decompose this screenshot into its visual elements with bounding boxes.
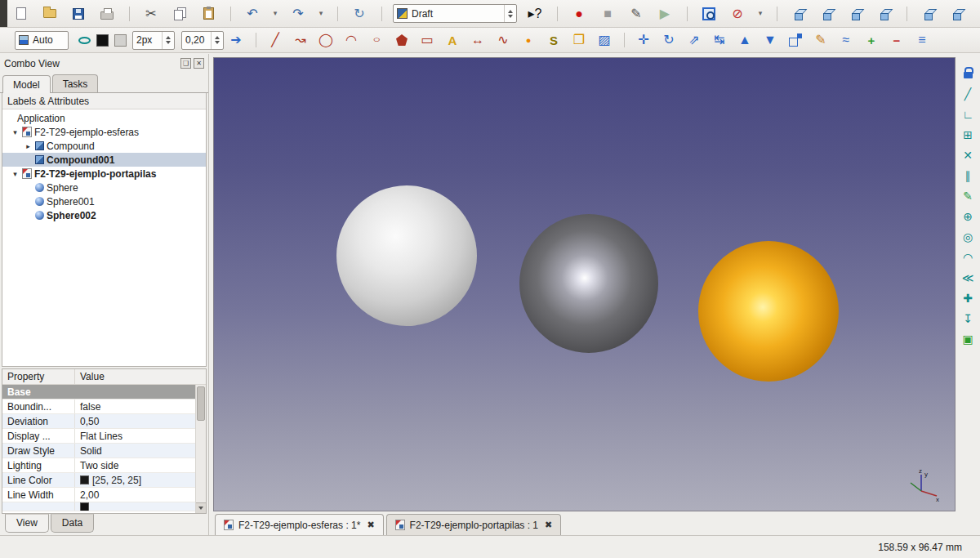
expand-arrow-icon[interactable]: ▾ (11, 128, 20, 136)
tab-model[interactable]: Model (2, 75, 51, 93)
print-button[interactable] (97, 4, 117, 24)
tab-tasks[interactable]: Tasks (52, 74, 99, 92)
draft-dimension-tool[interactable]: ↔ (469, 31, 487, 49)
clipping-dropdown[interactable]: ▾ (756, 4, 764, 24)
paste-button[interactable] (198, 4, 218, 24)
undo-button[interactable]: ↶ (243, 4, 262, 24)
open-document-button[interactable] (40, 4, 60, 24)
snap-endpoint[interactable]: ╱ (958, 84, 978, 103)
draft-point-tool[interactable]: ● (519, 31, 537, 49)
close-tab-icon[interactable]: ✖ (545, 520, 552, 530)
draft-offset-tool[interactable]: ⇗ (685, 31, 703, 49)
sphere-dark-gray[interactable] (519, 214, 658, 353)
snap-lock-toggle[interactable] (958, 64, 978, 83)
scrollbar-thumb[interactable] (197, 386, 205, 421)
snap-extension[interactable]: ◠ (958, 248, 978, 266)
view-top-button[interactable] (846, 4, 866, 24)
property-row-bounding-box[interactable]: Boundin... false (2, 400, 195, 414)
draft-layers-tool[interactable]: ≡ (913, 31, 931, 49)
tree-item-f2-t29-ejemplo-esferas[interactable]: ▾ F2-T29-ejemplo-esferas (2, 125, 206, 139)
snap-working-plane[interactable]: ↧ (958, 309, 978, 328)
draft-text-tool[interactable]: A (443, 31, 461, 49)
undo-dropdown[interactable]: ▾ (271, 4, 279, 24)
property-row-partial[interactable] (2, 502, 195, 511)
workbench-selector[interactable]: Draft (393, 4, 517, 23)
sphere-light-gray[interactable] (336, 185, 477, 326)
draft-circle-tool[interactable]: ◯ (317, 31, 335, 49)
snap-special[interactable]: ✎ (958, 186, 978, 205)
line-width-spinner[interactable] (162, 32, 171, 49)
property-column-header[interactable]: Property (2, 369, 75, 384)
construction-mode-toggle[interactable] (75, 31, 93, 49)
view-rear-button[interactable] (919, 4, 938, 24)
draft-hatch-tool[interactable]: ▨ (595, 31, 613, 49)
line-width-select[interactable]: 2px (132, 31, 175, 50)
new-document-button[interactable] (11, 4, 31, 24)
property-row-deviation[interactable]: Deviation 0,50 (2, 414, 195, 429)
refresh-button[interactable]: ↻ (350, 4, 369, 24)
tree-item-sphere002[interactable]: Sphere002 (2, 208, 206, 222)
draft-scale-tool[interactable] (786, 31, 804, 49)
snap-center[interactable]: ⊕ (958, 207, 978, 225)
draft-facebinder-tool[interactable]: ❐ (570, 31, 588, 49)
spin-up-icon[interactable] (166, 36, 171, 39)
draft-downgrade-tool[interactable]: ▼ (761, 31, 779, 49)
apply-style-button[interactable]: ➔ (227, 31, 245, 49)
spin-down-icon[interactable] (166, 41, 171, 44)
scale-spinbox[interactable]: 0,20 (181, 31, 224, 50)
property-row-line-color[interactable]: Line Color [25, 25, 25] (2, 473, 195, 488)
snap-midpoint[interactable]: ✚ (958, 288, 978, 307)
view-bottom-button[interactable] (947, 4, 967, 24)
dock-close-button[interactable]: ✕ (194, 58, 204, 69)
tree-item-sphere[interactable]: Sphere (2, 181, 206, 194)
snap-angle[interactable]: ∟ (958, 105, 978, 123)
dock-float-button[interactable]: ❑ (180, 58, 191, 69)
draft-shapestring-tool[interactable]: S (545, 31, 563, 49)
3d-viewport[interactable]: z y x (213, 57, 956, 511)
copy-button[interactable] (170, 4, 189, 24)
draft-wire-to-bspline-tool[interactable]: ≈ (837, 31, 855, 49)
draft-arc-tool[interactable]: ◠ (342, 31, 360, 49)
draft-bspline-tool[interactable]: ∿ (494, 31, 512, 49)
draft-trimex-tool[interactable]: ↹ (710, 31, 728, 49)
close-tab-icon[interactable]: ✖ (367, 520, 374, 530)
tree-item-sphere001[interactable]: Sphere001 (2, 194, 206, 208)
redo-dropdown[interactable]: ▾ (317, 4, 325, 24)
clipping-plane-button[interactable]: ⊘ (728, 4, 747, 24)
macro-edit-button[interactable]: ✎ (626, 4, 646, 24)
document-tab-esferas[interactable]: F2-T29-ejemplo-esferas : 1* ✖ (215, 514, 384, 535)
spin-up-icon[interactable] (508, 10, 513, 13)
macro-stop-button[interactable]: ■ (598, 4, 617, 24)
property-row-base[interactable]: Base (2, 385, 195, 400)
document-tab-portapilas[interactable]: F2-T29-ejemplo-portapilas : 1 ✖ (386, 514, 562, 535)
whats-this-button[interactable]: ▸? (525, 4, 545, 24)
draft-ellipse-tool[interactable]: ○ (368, 31, 385, 49)
macro-play-button[interactable]: ▶ (655, 4, 675, 24)
face-color-swatch[interactable] (111, 31, 129, 49)
save-document-button[interactable] (69, 4, 88, 24)
draft-edit-tool[interactable]: ✎ (812, 31, 830, 49)
property-scrollbar[interactable] (195, 385, 206, 513)
view-axonometric-button[interactable] (789, 4, 808, 24)
draft-wire-tool[interactable]: ↝ (292, 31, 310, 49)
redo-button[interactable]: ↷ (288, 4, 308, 24)
draft-rectangle-tool[interactable]: ▭ (418, 31, 436, 49)
sphere-gold[interactable] (698, 241, 839, 382)
spin-up-icon[interactable] (215, 36, 220, 39)
cut-button[interactable]: ✂ (141, 4, 161, 24)
draft-move-tool[interactable]: ✛ (635, 31, 653, 49)
tab-view[interactable]: View (5, 514, 49, 533)
spin-down-icon[interactable] (508, 15, 513, 18)
draft-remove-point-tool[interactable]: − (888, 31, 906, 49)
value-column-header[interactable]: Value (75, 369, 105, 384)
line-color-swatch[interactable] (93, 31, 111, 49)
scrollbar-down-button[interactable] (196, 502, 206, 513)
macro-record-button[interactable]: ● (569, 4, 589, 24)
property-row-line-width[interactable]: Line Width 2,00 (2, 488, 195, 502)
snap-ortho[interactable]: ◎ (958, 227, 978, 246)
tree-item-f2-t29-ejemplo-portapilas[interactable]: ▾ F2-T29-ejemplo-portapilas (2, 167, 206, 181)
tree-item-compound[interactable]: ▸ Compound (2, 139, 206, 153)
draft-upgrade-tool[interactable]: ▲ (736, 31, 754, 49)
working-plane-auto-button[interactable]: Auto (15, 31, 69, 50)
expand-arrow-icon[interactable]: ▸ (24, 142, 33, 150)
